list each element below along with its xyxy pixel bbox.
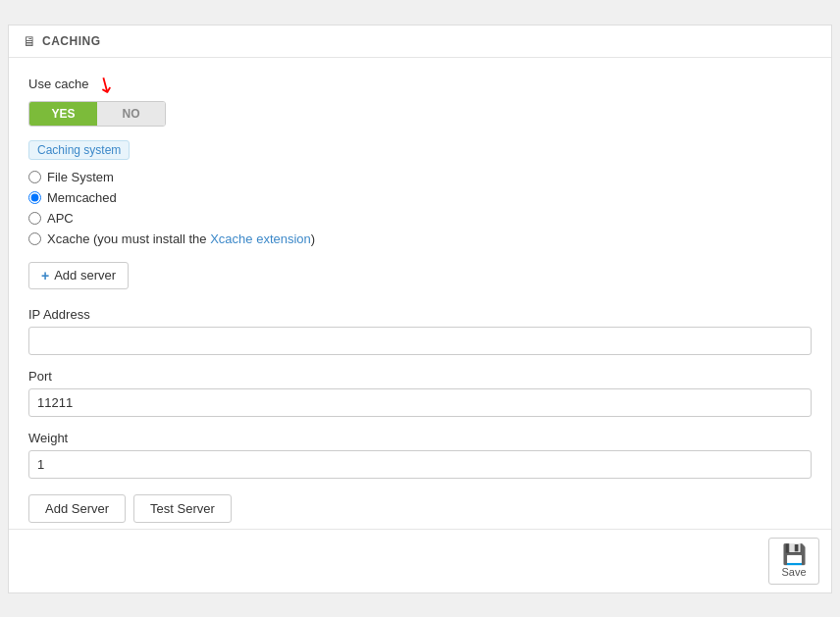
radio-item-memcached[interactable]: Memcached — [28, 190, 812, 205]
weight-group: Weight — [28, 431, 812, 479]
ip-address-label: IP Address — [28, 307, 812, 322]
port-group: Port — [28, 369, 812, 417]
plus-icon: + — [41, 268, 49, 283]
port-input[interactable] — [28, 388, 812, 417]
radio-xcache[interactable] — [28, 232, 41, 245]
radio-memcached[interactable] — [28, 191, 41, 204]
ip-address-input[interactable] — [28, 327, 812, 355]
save-label: Save — [781, 566, 806, 578]
use-cache-label: Use cache ↘ — [28, 74, 812, 95]
toggle-no-button[interactable]: NO — [97, 102, 165, 126]
radio-fs-label: File System — [47, 170, 114, 184]
monitor-icon: 🖥 — [23, 33, 36, 49]
save-button[interactable]: 💾 Save — [768, 538, 819, 585]
ip-address-group: IP Address — [28, 307, 812, 355]
use-cache-text: Use cache — [28, 77, 88, 91]
radio-apc[interactable] — [28, 212, 41, 225]
caching-system-label: Caching system — [28, 140, 130, 160]
main-panel: 🖥 CACHING Use cache ↘ YES NO Caching sys… — [8, 25, 832, 593]
use-cache-section: Use cache ↘ YES NO — [28, 74, 812, 127]
radio-item-apc[interactable]: APC — [28, 211, 812, 226]
radio-apc-label: APC — [47, 211, 74, 226]
port-label: Port — [28, 369, 812, 384]
xcache-extension-link[interactable]: Xcache extension — [210, 231, 311, 246]
panel-title: CACHING — [42, 34, 101, 48]
save-icon: 💾 — [782, 544, 807, 564]
toggle-group: YES NO — [28, 101, 166, 127]
radio-fs[interactable] — [28, 171, 41, 183]
weight-input[interactable] — [28, 450, 812, 479]
test-server-button[interactable]: Test Server — [133, 494, 232, 523]
add-server-top-label: Add server — [54, 268, 116, 283]
caching-system-section: Caching system File System Memcached APC — [28, 140, 812, 246]
weight-label: Weight — [28, 431, 812, 445]
action-buttons: Add Server Test Server — [28, 494, 812, 523]
add-server-button[interactable]: Add Server — [28, 494, 126, 523]
panel-footer: 💾 Save — [9, 529, 831, 592]
radio-xcache-label: Xcache (you must install the Xcache exte… — [47, 231, 315, 246]
red-arrow-icon: ↘ — [92, 70, 119, 97]
radio-item-xcache[interactable]: Xcache (you must install the Xcache exte… — [28, 231, 812, 246]
radio-item-fs[interactable]: File System — [28, 170, 812, 184]
add-server-top-button[interactable]: + Add server — [28, 262, 129, 289]
radio-memcached-label: Memcached — [47, 190, 117, 205]
radio-group: File System Memcached APC Xcache (you mu… — [28, 170, 812, 246]
panel-body: Use cache ↘ YES NO Caching system File S… — [9, 58, 831, 582]
panel-header: 🖥 CACHING — [9, 26, 831, 58]
toggle-yes-button[interactable]: YES — [29, 102, 97, 126]
